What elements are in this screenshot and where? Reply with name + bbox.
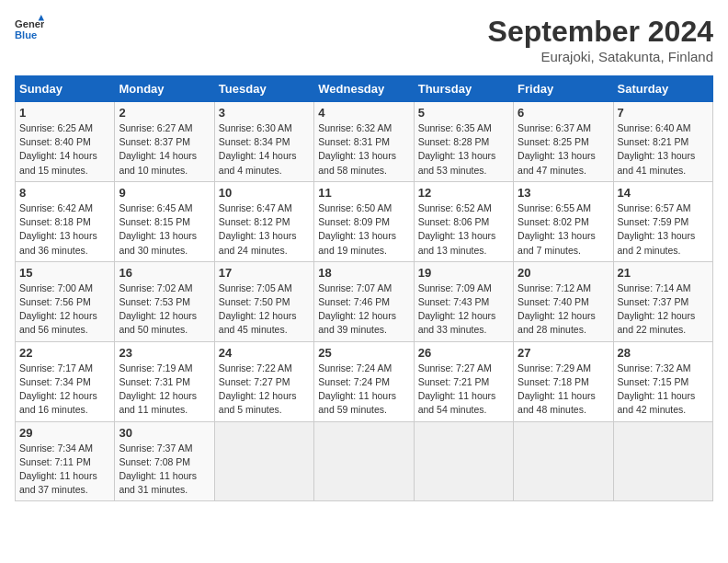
day-info: Sunrise: 7:37 AM Sunset: 7:08 PM Dayligh…: [119, 442, 210, 498]
day-info: Sunrise: 6:40 AM Sunset: 8:21 PM Dayligh…: [618, 121, 709, 178]
day-number: 7: [618, 106, 709, 120]
calendar-cell: 9Sunrise: 6:45 AM Sunset: 8:15 PM Daylig…: [115, 181, 214, 261]
weekday-header-wednesday: Wednesday: [314, 76, 414, 102]
calendar-week-row: 22Sunrise: 7:17 AM Sunset: 7:34 PM Dayli…: [16, 341, 713, 421]
day-info: Sunrise: 7:32 AM Sunset: 7:15 PM Dayligh…: [618, 362, 709, 418]
day-number: 4: [318, 106, 409, 120]
day-info: Sunrise: 6:55 AM Sunset: 8:02 PM Dayligh…: [518, 201, 609, 258]
calendar-cell: 3Sunrise: 6:30 AM Sunset: 8:34 PM Daylig…: [214, 102, 313, 182]
calendar-cell: 6Sunrise: 6:37 AM Sunset: 8:25 PM Daylig…: [514, 102, 613, 182]
calendar-week-row: 29Sunrise: 7:34 AM Sunset: 7:11 PM Dayli…: [16, 421, 713, 501]
calendar-cell: 18Sunrise: 7:07 AM Sunset: 7:46 PM Dayli…: [314, 261, 414, 341]
weekday-header-tuesday: Tuesday: [214, 76, 313, 102]
day-number: 23: [119, 346, 210, 360]
day-number: 20: [518, 266, 609, 280]
day-number: 8: [19, 186, 110, 200]
calendar-cell: 28Sunrise: 7:32 AM Sunset: 7:15 PM Dayli…: [613, 341, 712, 421]
day-number: 1: [19, 106, 110, 120]
day-info: Sunrise: 7:22 AM Sunset: 7:27 PM Dayligh…: [219, 362, 310, 418]
calendar-cell: 25Sunrise: 7:24 AM Sunset: 7:24 PM Dayli…: [314, 341, 414, 421]
day-info: Sunrise: 7:09 AM Sunset: 7:43 PM Dayligh…: [418, 282, 509, 338]
day-info: Sunrise: 7:19 AM Sunset: 7:31 PM Dayligh…: [119, 362, 210, 418]
day-info: Sunrise: 6:37 AM Sunset: 8:25 PM Dayligh…: [518, 121, 609, 178]
day-number: 10: [219, 186, 310, 200]
calendar-cell: 24Sunrise: 7:22 AM Sunset: 7:27 PM Dayli…: [214, 341, 313, 421]
day-info: Sunrise: 6:42 AM Sunset: 8:18 PM Dayligh…: [19, 201, 110, 258]
calendar-cell: 13Sunrise: 6:55 AM Sunset: 8:02 PM Dayli…: [514, 181, 613, 261]
calendar-cell: 23Sunrise: 7:19 AM Sunset: 7:31 PM Dayli…: [115, 341, 214, 421]
calendar-cell: 20Sunrise: 7:12 AM Sunset: 7:40 PM Dayli…: [514, 261, 613, 341]
weekday-header-sunday: Sunday: [16, 76, 115, 102]
day-info: Sunrise: 6:32 AM Sunset: 8:31 PM Dayligh…: [318, 121, 409, 178]
day-number: 2: [119, 106, 210, 120]
calendar-cell: 4Sunrise: 6:32 AM Sunset: 8:31 PM Daylig…: [314, 102, 414, 182]
calendar-cell: 30Sunrise: 7:37 AM Sunset: 7:08 PM Dayli…: [115, 421, 214, 501]
calendar-cell: 7Sunrise: 6:40 AM Sunset: 8:21 PM Daylig…: [613, 102, 712, 182]
calendar-cell: 10Sunrise: 6:47 AM Sunset: 8:12 PM Dayli…: [214, 181, 313, 261]
day-number: 24: [219, 346, 310, 360]
day-number: 3: [219, 106, 310, 120]
calendar-cell: 5Sunrise: 6:35 AM Sunset: 8:28 PM Daylig…: [414, 102, 513, 182]
weekday-header-saturday: Saturday: [613, 76, 712, 102]
day-info: Sunrise: 7:34 AM Sunset: 7:11 PM Dayligh…: [19, 442, 110, 498]
day-info: Sunrise: 7:29 AM Sunset: 7:18 PM Dayligh…: [518, 362, 609, 418]
day-info: Sunrise: 7:17 AM Sunset: 7:34 PM Dayligh…: [19, 362, 110, 418]
day-info: Sunrise: 6:35 AM Sunset: 8:28 PM Dayligh…: [418, 121, 509, 178]
day-info: Sunrise: 6:25 AM Sunset: 8:40 PM Dayligh…: [19, 121, 110, 178]
calendar-week-row: 8Sunrise: 6:42 AM Sunset: 8:18 PM Daylig…: [16, 181, 713, 261]
weekday-header-friday: Friday: [514, 76, 613, 102]
calendar-cell: 22Sunrise: 7:17 AM Sunset: 7:34 PM Dayli…: [16, 341, 115, 421]
calendar-cell: 17Sunrise: 7:05 AM Sunset: 7:50 PM Dayli…: [214, 261, 313, 341]
calendar-cell: 14Sunrise: 6:57 AM Sunset: 7:59 PM Dayli…: [613, 181, 712, 261]
day-number: 30: [119, 426, 210, 440]
calendar-cell: [514, 421, 613, 501]
day-number: 29: [19, 426, 110, 440]
day-info: Sunrise: 6:47 AM Sunset: 8:12 PM Dayligh…: [219, 201, 310, 258]
day-number: 13: [518, 186, 609, 200]
calendar-cell: [414, 421, 513, 501]
day-number: 25: [318, 346, 409, 360]
day-info: Sunrise: 7:12 AM Sunset: 7:40 PM Dayligh…: [518, 282, 609, 338]
calendar-cell: 2Sunrise: 6:27 AM Sunset: 8:37 PM Daylig…: [115, 102, 214, 182]
calendar-cell: 21Sunrise: 7:14 AM Sunset: 7:37 PM Dayli…: [613, 261, 712, 341]
day-number: 19: [418, 266, 509, 280]
calendar-title: September 2024: [488, 15, 713, 49]
calendar-table: SundayMondayTuesdayWednesdayThursdayFrid…: [15, 75, 713, 501]
day-info: Sunrise: 6:52 AM Sunset: 8:06 PM Dayligh…: [418, 201, 509, 258]
logo: General Blue: [15, 15, 44, 44]
weekday-header-monday: Monday: [115, 76, 214, 102]
day-info: Sunrise: 7:24 AM Sunset: 7:24 PM Dayligh…: [318, 362, 409, 418]
day-info: Sunrise: 7:05 AM Sunset: 7:50 PM Dayligh…: [219, 282, 310, 338]
day-number: 14: [618, 186, 709, 200]
calendar-cell: 11Sunrise: 6:50 AM Sunset: 8:09 PM Dayli…: [314, 181, 414, 261]
day-info: Sunrise: 7:00 AM Sunset: 7:56 PM Dayligh…: [19, 282, 110, 338]
day-number: 11: [318, 186, 409, 200]
day-number: 5: [418, 106, 509, 120]
day-info: Sunrise: 7:07 AM Sunset: 7:46 PM Dayligh…: [318, 282, 409, 338]
calendar-cell: [214, 421, 313, 501]
day-number: 27: [518, 346, 609, 360]
calendar-week-row: 15Sunrise: 7:00 AM Sunset: 7:56 PM Dayli…: [16, 261, 713, 341]
calendar-cell: 16Sunrise: 7:02 AM Sunset: 7:53 PM Dayli…: [115, 261, 214, 341]
day-info: Sunrise: 6:27 AM Sunset: 8:37 PM Dayligh…: [119, 121, 210, 178]
calendar-cell: 15Sunrise: 7:00 AM Sunset: 7:56 PM Dayli…: [16, 261, 115, 341]
calendar-cell: [613, 421, 712, 501]
calendar-subtitle: Eurajoki, Satakunta, Finland: [488, 49, 713, 64]
weekday-header-thursday: Thursday: [414, 76, 513, 102]
calendar-cell: 27Sunrise: 7:29 AM Sunset: 7:18 PM Dayli…: [514, 341, 613, 421]
day-info: Sunrise: 7:14 AM Sunset: 7:37 PM Dayligh…: [618, 282, 709, 338]
day-number: 22: [19, 346, 110, 360]
calendar-cell: 19Sunrise: 7:09 AM Sunset: 7:43 PM Dayli…: [414, 261, 513, 341]
day-info: Sunrise: 7:02 AM Sunset: 7:53 PM Dayligh…: [119, 282, 210, 338]
day-number: 9: [119, 186, 210, 200]
day-number: 18: [318, 266, 409, 280]
svg-text:Blue: Blue: [15, 29, 37, 40]
day-number: 15: [19, 266, 110, 280]
calendar-cell: 26Sunrise: 7:27 AM Sunset: 7:21 PM Dayli…: [414, 341, 513, 421]
day-number: 21: [618, 266, 709, 280]
day-number: 16: [119, 266, 210, 280]
weekday-header-row: SundayMondayTuesdayWednesdayThursdayFrid…: [16, 76, 713, 102]
day-info: Sunrise: 6:30 AM Sunset: 8:34 PM Dayligh…: [219, 121, 310, 178]
day-info: Sunrise: 7:27 AM Sunset: 7:21 PM Dayligh…: [418, 362, 509, 418]
svg-marker-2: [39, 15, 44, 20]
